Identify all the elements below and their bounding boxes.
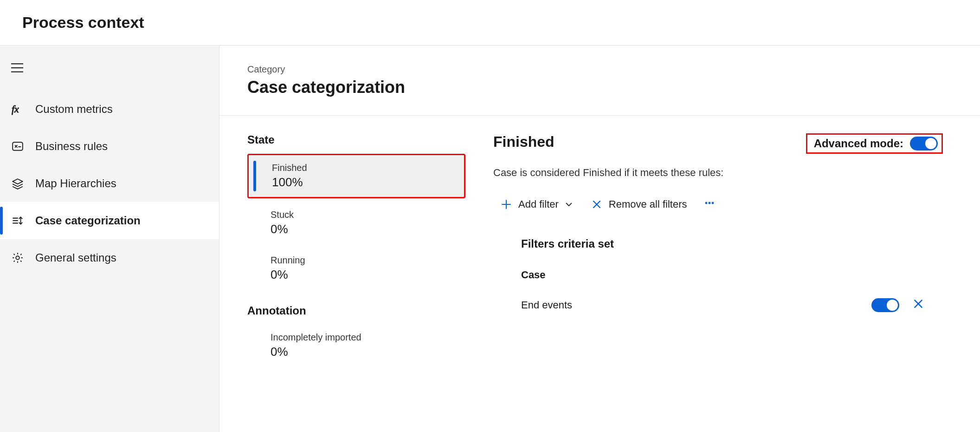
state-item-running[interactable]: Running 0% xyxy=(247,248,465,289)
toggle-knob xyxy=(925,138,936,149)
chevron-down-icon xyxy=(563,199,574,210)
category-title: Case categorization xyxy=(247,78,943,97)
criteria-toggle[interactable] xyxy=(871,298,899,312)
svg-rect-4 xyxy=(13,142,23,150)
state-value: 100% xyxy=(272,175,453,190)
sidebar-item-label: Case categorization xyxy=(35,214,141,227)
states-column: State Finished 100% Stuck 0% Running 0% … xyxy=(247,133,465,370)
criteria-item-label: End events xyxy=(521,299,572,311)
advanced-mode-box: Advanced mode: xyxy=(806,133,943,154)
hamburger-icon xyxy=(11,63,23,75)
close-icon xyxy=(912,298,924,310)
detail-title: Finished xyxy=(493,133,554,151)
rules-icon xyxy=(11,140,24,152)
svg-point-16 xyxy=(712,202,714,204)
sidebar-item-label: Custom metrics xyxy=(35,103,113,116)
state-item-finished[interactable]: Finished 100% xyxy=(247,154,465,198)
state-value: 0% xyxy=(271,222,454,236)
svg-text:fx: fx xyxy=(12,104,19,115)
state-label: Stuck xyxy=(271,209,454,220)
sidebar: fx Custom metrics Business rules Map Hie… xyxy=(0,46,219,432)
main-columns: State Finished 100% Stuck 0% Running 0% … xyxy=(247,133,943,370)
remove-all-filters-button[interactable]: Remove all filters xyxy=(591,198,687,210)
svg-point-9 xyxy=(16,256,19,260)
more-options-button[interactable] xyxy=(704,197,715,211)
sidebar-item-business-rules[interactable]: Business rules xyxy=(0,128,219,165)
criteria-heading: Filters criteria set xyxy=(521,237,943,250)
filter-toolbar: Add filter Remove all filters xyxy=(493,197,943,211)
more-horizontal-icon xyxy=(704,197,715,209)
criteria-controls xyxy=(871,298,924,313)
gear-icon xyxy=(11,252,24,264)
layers-icon xyxy=(11,177,24,190)
annotation-heading: Annotation xyxy=(247,304,465,317)
criteria-remove-button[interactable] xyxy=(912,298,924,313)
svg-point-14 xyxy=(705,202,707,204)
annotation-item-incompletely-imported[interactable]: Incompletely imported 0% xyxy=(247,325,465,367)
annotation-label: Incompletely imported xyxy=(271,332,454,343)
sidebar-item-map-hierarchies[interactable]: Map Hierarchies xyxy=(0,165,219,202)
close-icon xyxy=(591,199,602,210)
fx-icon: fx xyxy=(11,103,24,115)
state-heading: State xyxy=(247,133,465,146)
add-filter-button[interactable]: Add filter xyxy=(501,198,574,210)
toggle-knob xyxy=(887,300,898,311)
sidebar-item-label: Map Hierarchies xyxy=(35,177,116,190)
plus-icon xyxy=(501,199,512,210)
add-filter-label: Add filter xyxy=(518,198,559,210)
body-area: fx Custom metrics Business rules Map Hie… xyxy=(0,46,980,432)
hamburger-button[interactable] xyxy=(0,57,34,91)
criteria-row-end-events: End events xyxy=(521,298,943,313)
state-value: 0% xyxy=(271,268,454,282)
sidebar-item-case-categorization[interactable]: Case categorization xyxy=(0,202,219,239)
advanced-mode-toggle[interactable] xyxy=(910,137,938,151)
category-label: Category xyxy=(247,64,943,75)
criteria-section: Filters criteria set Case End events xyxy=(493,237,943,313)
remove-all-label: Remove all filters xyxy=(609,198,687,210)
svg-marker-5 xyxy=(13,179,23,184)
categorization-icon xyxy=(11,215,24,227)
detail-header: Finished Advanced mode: xyxy=(493,133,943,154)
state-label: Finished xyxy=(272,163,453,173)
divider xyxy=(219,115,980,116)
criteria-subheading: Case xyxy=(521,269,943,281)
annotation-value: 0% xyxy=(271,345,454,359)
sidebar-item-general-settings[interactable]: General settings xyxy=(0,239,219,276)
state-item-stuck[interactable]: Stuck 0% xyxy=(247,202,465,244)
sidebar-item-label: General settings xyxy=(35,251,116,264)
state-label: Running xyxy=(271,255,454,266)
header-bar: Process context xyxy=(0,0,980,46)
detail-description: Case is considered Finished if it meets … xyxy=(493,167,943,179)
detail-column: Finished Advanced mode: Case is consider… xyxy=(493,133,943,370)
svg-point-15 xyxy=(709,202,710,204)
advanced-mode-label: Advanced mode: xyxy=(814,137,903,150)
sidebar-item-custom-metrics[interactable]: fx Custom metrics xyxy=(0,91,219,128)
main-content: Category Case categorization State Finis… xyxy=(219,46,980,432)
page-title: Process context xyxy=(22,13,144,32)
sidebar-item-label: Business rules xyxy=(35,140,108,153)
